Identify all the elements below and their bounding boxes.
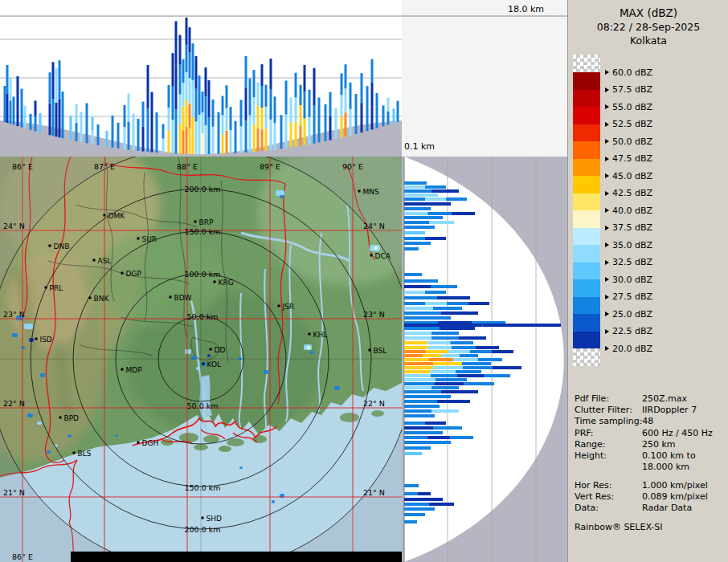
svg-text:DMK: DMK (108, 212, 126, 220)
svg-text:KHL: KHL (313, 331, 328, 339)
svg-text:88° E: 88° E (177, 552, 198, 561)
svg-text:DNB: DNB (54, 242, 70, 250)
svg-text:24° N: 24° N (3, 222, 25, 230)
radar-map: 200.0 km150.0 km100.0 km50.0 km50.0 km15… (0, 157, 402, 562)
svg-text:22° N: 22° N (363, 399, 385, 408)
svg-text:KRG: KRG (219, 279, 234, 287)
svg-text:MDP: MDP (126, 366, 143, 374)
meta-row: Range:250 km (575, 439, 726, 450)
svg-text:23° N: 23° N (3, 310, 25, 319)
svg-text:KOL: KOL (207, 360, 222, 369)
svg-text:90° E: 90° E (342, 162, 363, 171)
svg-text:89° E: 89° E (260, 552, 280, 561)
svg-text:200.0 km: 200.0 km (185, 185, 221, 193)
svg-text:MNS: MNS (363, 188, 379, 196)
meta-row: Hor Res:1.000 km/pixel (575, 480, 726, 491)
svg-text:PRL: PRL (50, 284, 63, 292)
svg-text:BNK: BNK (94, 295, 110, 303)
svg-text:BDW: BDW (174, 294, 192, 302)
meta-row: Clutter Filter:IIRDoppler 7 (575, 405, 726, 415)
meta-row: PRF:600 Hz / 450 Hz (575, 428, 726, 438)
svg-text:21° N: 21° N (3, 488, 25, 497)
svg-text:BSL: BSL (374, 347, 387, 355)
svg-text:88° E: 88° E (177, 162, 198, 171)
ew-height-profile-panel (0, 0, 402, 157)
corner-grid (402, 0, 567, 157)
svg-text:50.0 km: 50.0 km (187, 312, 219, 321)
ns-height-profile-panel (402, 157, 567, 562)
svg-text:DCA: DCA (375, 252, 391, 260)
svg-text:DD: DD (215, 346, 226, 354)
meta-row: Vert Res:0.089 km/pixel (575, 491, 726, 502)
max-height-label: 18.0 km (508, 4, 544, 14)
svg-text:21° N: 21° N (363, 488, 385, 497)
svg-text:87° E: 87° E (94, 162, 115, 171)
svg-text:ISD: ISD (40, 336, 52, 344)
svg-text:90° E: 90° E (342, 552, 363, 561)
svg-text:89° E: 89° E (260, 162, 280, 171)
svg-text:BRP: BRP (199, 218, 214, 226)
software-brand: Rainbow® SELEX-SI (575, 522, 663, 532)
svg-text:DGH: DGH (142, 439, 159, 447)
svg-text:87° E: 87° E (94, 552, 115, 561)
svg-text:200.0 km: 200.0 km (185, 525, 221, 534)
svg-text:JSR: JSR (282, 303, 295, 311)
svg-text:24° N: 24° N (363, 222, 385, 230)
svg-text:BPD: BPD (64, 414, 80, 422)
meta-row: Data:Radar Data (575, 503, 726, 513)
svg-text:150.0 km: 150.0 km (185, 483, 221, 492)
svg-text:DGP: DGP (126, 270, 142, 278)
svg-text:23° N: 23° N (363, 310, 385, 319)
min-height-label: 0.1 km (404, 141, 435, 152)
svg-text:50.0 km: 50.0 km (187, 401, 219, 410)
meta-row: Time sampling:48 (575, 416, 726, 426)
radar-map-panel: 200.0 km150.0 km100.0 km50.0 km50.0 km15… (0, 157, 402, 562)
svg-text:86° E: 86° E (12, 162, 33, 171)
svg-text:ASL: ASL (98, 257, 112, 265)
legend-panel: MAX (dBZ) 08:22 / 28-Sep-2025 Kolkata 60… (567, 0, 728, 562)
ew-profile-plot (0, 0, 402, 157)
svg-text:22° N: 22° N (3, 399, 25, 408)
meta-row: Pdf File:250Z.max (575, 393, 726, 404)
radar-display-window: 18.0 km 0.1 km (0, 0, 728, 562)
meta-row: Height:0.100 km to (575, 450, 726, 461)
product-metadata: Pdf File:250Z.maxClutter Filter:IIRDoppl… (568, 0, 728, 562)
ns-profile-plot (402, 157, 567, 562)
svg-text:SUR: SUR (142, 235, 157, 243)
svg-text:100.0 km: 100.0 km (185, 270, 221, 279)
svg-text:SHD: SHD (207, 515, 222, 523)
svg-text:150.0 km: 150.0 km (185, 227, 221, 236)
svg-text:BLS: BLS (78, 450, 92, 458)
svg-text:86° E: 86° E (12, 552, 33, 561)
axis-corner: 18.0 km 0.1 km (402, 0, 567, 157)
